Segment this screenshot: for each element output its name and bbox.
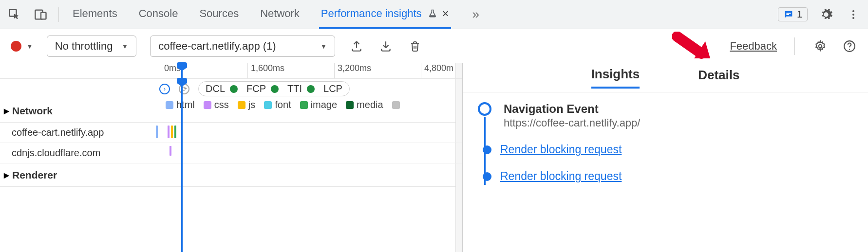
event-title: Navigation Event (504, 102, 640, 116)
legend-image: image (300, 99, 337, 110)
panel-tabs: Elements Console Sources Network Perform… (71, 0, 483, 29)
tab-console[interactable]: Console (137, 0, 180, 29)
event-node-small-icon (483, 145, 491, 154)
device-toolbar-icon[interactable] (32, 6, 50, 23)
request-bar-js[interactable] (171, 126, 173, 138)
svg-rect-4 (786, 14, 789, 15)
dot-icon (271, 85, 279, 93)
vertical-divider (58, 7, 59, 22)
settings-cog-icon[interactable] (812, 38, 828, 54)
tab-details[interactable]: Details (698, 68, 739, 88)
tab-label: Performance insights (321, 7, 422, 20)
record-button[interactable]: ▼ (11, 41, 33, 52)
request-bar-css[interactable] (168, 126, 170, 138)
renderer-section-label: Renderer (12, 169, 57, 181)
legend-label: media (357, 99, 383, 110)
request-bar-image[interactable] (174, 126, 176, 138)
annotation-red-arrow-icon (672, 32, 716, 61)
tab-performance-insights[interactable]: Performance insights × (319, 0, 451, 29)
marker-fcp: FCP (246, 83, 266, 94)
side-pane: Insights Details Navigation Event https:… (463, 63, 868, 252)
dot-icon (307, 85, 315, 93)
close-tab-icon[interactable]: × (442, 7, 449, 20)
request-bar-html[interactable] (156, 126, 158, 138)
tab-insights[interactable]: Insights (591, 67, 640, 89)
host-label: cdnjs.cloudflare.com (12, 147, 100, 159)
svg-point-8 (819, 44, 822, 48)
svg-point-5 (852, 10, 854, 12)
side-tabs: Insights Details (463, 63, 868, 92)
swatch-icon (204, 101, 211, 109)
host-row[interactable]: cdnjs.cloudflare.com (0, 143, 462, 163)
svg-point-6 (852, 14, 854, 16)
help-icon[interactable] (842, 38, 857, 54)
legend-media: media (346, 99, 383, 110)
legend-label: image (311, 99, 337, 110)
insights-toolbar: ▼ No throttling ▼ coffee-cart.netlify.ap… (0, 29, 868, 63)
tab-elements[interactable]: Elements (71, 0, 119, 29)
legend-other (392, 101, 400, 109)
legend-js: js (238, 99, 255, 110)
legend-label: css (214, 99, 229, 110)
delete-icon[interactable] (407, 38, 423, 54)
legend-html: html (166, 99, 195, 110)
renderer-section-header[interactable]: ▶ Renderer (0, 163, 462, 187)
inspect-element-icon[interactable] (6, 6, 23, 23)
settings-gear-icon[interactable] (817, 6, 835, 23)
caret-down-icon: ▼ (121, 42, 128, 50)
render-blocking-link[interactable]: Render blocking request (500, 143, 622, 156)
issue-count: 1 (797, 9, 802, 20)
triangle-right-icon: ▶ (4, 171, 9, 179)
legend-label: font (275, 99, 291, 110)
ruler-tick: 3,200ms (334, 63, 371, 78)
ruler-tick: 1,600ms (247, 63, 284, 78)
legend-css: css (204, 99, 229, 110)
ruler-tick: 4,800m (421, 63, 453, 78)
insights-body: Navigation Event https://coffee-cart.net… (463, 92, 868, 195)
svg-point-7 (852, 17, 854, 19)
host-row[interactable]: coffee-cart.netlify.app (0, 123, 462, 143)
swatch-icon (264, 101, 272, 109)
triangle-right-icon: ▶ (4, 107, 9, 115)
event-node-icon (478, 102, 491, 116)
navigation-event: Navigation Event https://coffee-cart.net… (477, 102, 853, 185)
request-bar-css[interactable] (170, 146, 171, 156)
swatch-icon (300, 101, 308, 109)
resource-legend: html css js font image media (166, 99, 400, 110)
legend-label: js (248, 99, 255, 110)
tab-sources[interactable]: Sources (197, 0, 241, 29)
network-section-label: Network (12, 105, 53, 117)
event-node-small-icon (483, 172, 491, 181)
timing-markers-pill[interactable]: DCL FCP TTI LCP (198, 81, 350, 96)
throttling-value: No throttling (55, 40, 113, 53)
export-icon[interactable] (349, 38, 364, 54)
render-blocking-link[interactable]: Render blocking request (500, 170, 622, 183)
marker-lcp: LCP (323, 83, 342, 94)
console-issues-badge[interactable]: 1 (778, 7, 808, 21)
event-url: https://coffee-cart.netlify.app/ (504, 117, 640, 129)
playhead-line[interactable] (181, 79, 183, 252)
throttling-select[interactable]: No throttling ▼ (47, 36, 136, 57)
playhead-marker[interactable] (181, 63, 183, 78)
svg-point-10 (849, 49, 850, 50)
more-vertical-icon[interactable] (845, 6, 862, 23)
tabs-overflow-icon[interactable]: » (469, 0, 483, 29)
nav-marker-icon: › (159, 84, 170, 94)
svg-rect-2 (41, 12, 46, 19)
record-dropdown-caret-icon[interactable]: ▼ (26, 42, 33, 50)
dot-icon (230, 85, 238, 93)
feedback-link[interactable]: Feedback (730, 40, 777, 53)
insight-link-row: Render blocking request (504, 143, 640, 156)
vertical-divider (794, 37, 795, 55)
legend-label: html (176, 99, 195, 110)
timing-markers-row: › ⟳ DCL FCP TTI LCP (0, 79, 462, 99)
message-icon (783, 9, 794, 20)
recording-value: coffee-cart.netlify.app (1) (158, 40, 276, 53)
tab-network[interactable]: Network (258, 0, 302, 29)
caret-down-icon: ▼ (320, 42, 327, 50)
time-ruler[interactable]: 0ms 1,600ms 3,200ms 4,800m (0, 63, 462, 79)
marker-tti: TTI (287, 83, 302, 94)
swatch-icon (238, 101, 245, 109)
import-icon[interactable] (378, 38, 394, 54)
recording-select[interactable]: coffee-cart.netlify.app (1) ▼ (150, 36, 335, 57)
